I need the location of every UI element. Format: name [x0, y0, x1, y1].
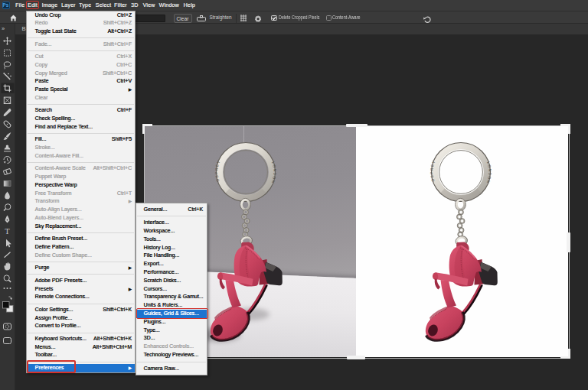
svg-text:T: T: [5, 227, 10, 236]
